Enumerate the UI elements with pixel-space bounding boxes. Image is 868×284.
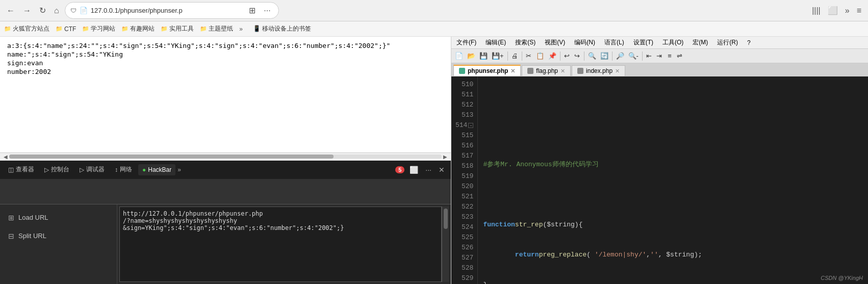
code-line-512: #参考Mr. Anonymous师傅的代码学习 (483, 160, 863, 170)
refresh-button[interactable]: ↻ (37, 5, 48, 16)
hackbar-panel: ⊞ Load URL ⊟ Split URL http://127.0.0.1/… (0, 179, 451, 285)
devtools-tab-console[interactable]: ▷ 控制台 (40, 163, 73, 176)
tb-paste[interactable]: 📌 (547, 51, 558, 60)
dt-copy-button[interactable]: ⬜ (407, 165, 420, 175)
menu-run[interactable]: 运行(R) (715, 38, 740, 47)
bookmark-fun-label: 有趣网站 (130, 24, 155, 33)
menu-view[interactable]: 视图(V) (543, 38, 567, 47)
load-url-button[interactable]: ⊞ Load URL (0, 209, 117, 227)
menu-macro[interactable]: 宏(M) (691, 38, 710, 47)
tab-index[interactable]: index.php ✕ (572, 65, 625, 76)
tb-cut[interactable]: ✂ (524, 51, 533, 60)
bookmark-wallpaper[interactable]: 📁 主题壁纸 (200, 24, 233, 33)
tab-phpunser[interactable]: phpunser.php ✕ (453, 65, 521, 76)
bookmark-study[interactable]: 📁 学习网站 (82, 24, 115, 33)
menu-edit[interactable]: 编辑(E) (483, 38, 508, 47)
ln-513: 513 (455, 110, 473, 120)
tb-find[interactable]: 🔍 (586, 51, 598, 60)
qr-button[interactable]: ⊞ (246, 5, 258, 16)
code-content[interactable]: #参考Mr. Anonymous师傅的代码学习 function str_rep… (478, 76, 868, 284)
tb-zoomout[interactable]: 🔍- (627, 51, 640, 60)
hackbar-body: ⊞ Load URL ⊟ Split URL http://127.0.0.1/… (0, 204, 451, 285)
line-numbers: 510 511 512 513 514 - 515 516 517 518 51… (451, 76, 478, 284)
devtools-tab-debugger[interactable]: ▷ 调试器 (75, 163, 109, 176)
tb-zoomin[interactable]: 🔎 (615, 51, 626, 60)
tb-undo[interactable]: ↩ (563, 51, 572, 60)
devtools-tab-hackbar[interactable]: ● HackBar (138, 164, 175, 175)
menu-help[interactable]: ? (745, 39, 753, 47)
bookmark-mobile-label: 📱 移动设备上的书签 (253, 24, 311, 33)
load-url-label: Load URL (18, 214, 48, 221)
tb-indent-l[interactable]: ⇤ (645, 51, 654, 60)
dt-more-button[interactable]: ··· (423, 165, 433, 175)
bookmark-ctf[interactable]: 📁 CTF (56, 25, 76, 33)
url-scrollbar[interactable] (442, 206, 449, 282)
page-output: a:3:{s:4:"name";s:24:"";s:4:"sign";s:54:… (0, 37, 451, 152)
menu-settings[interactable]: 设置(T) (631, 38, 655, 47)
bookmark-mobile[interactable]: 📱 移动设备上的书签 (253, 24, 311, 33)
forward-button[interactable]: → (20, 5, 34, 16)
menu-button[interactable]: ≡ (854, 5, 864, 16)
tb-indent-r[interactable]: ⇥ (655, 51, 664, 60)
fold-514[interactable]: - (468, 123, 473, 128)
bookmark-tools-label: 实用工具 (169, 24, 194, 33)
url-textarea[interactable]: http://127.0.0.1/phpunser/phpunser.php /… (119, 206, 442, 282)
debugger-icon: ▷ (80, 166, 84, 173)
tab-index-icon (577, 68, 583, 74)
tb-align[interactable]: ≡ (665, 51, 674, 60)
bookmarks-more[interactable]: » (239, 25, 243, 33)
bookmark-fun[interactable]: 📁 有趣网站 (121, 24, 155, 33)
tab-flag[interactable]: flag.php ✕ (522, 65, 571, 76)
split-url-button[interactable]: ⊟ Split URL (0, 227, 117, 245)
scroll-right-arrow[interactable]: ▶ (442, 154, 449, 160)
ln-515: 515 (455, 131, 473, 141)
tb-wrap[interactable]: ⇌ (675, 51, 684, 60)
tab-phpunser-close[interactable]: ✕ (510, 68, 515, 74)
tab-index-close[interactable]: ✕ (615, 68, 620, 74)
scroll-track[interactable] (9, 154, 442, 159)
scroll-thumb[interactable] (9, 154, 334, 159)
devtools-more[interactable]: » (177, 166, 181, 173)
tb-open[interactable]: 📂 (466, 51, 477, 60)
bookmark-firefoxsite[interactable]: 📁 火狐官方站点 (4, 24, 49, 33)
address-bar[interactable]: 🛡 📄 127.0.0.1/phpunser/phpunser.p ⊞ ··· (65, 2, 279, 19)
tb-save[interactable]: 💾 (478, 51, 489, 60)
code-area: 510 511 512 513 514 - 515 516 517 518 51… (451, 76, 868, 284)
editor-toolbar: 📄 📂 💾 💾+ 🖨 ✂ 📋 📌 ↩ ↪ 🔍 🔄 🔎 🔍- ⇤ ⇥ ≡ ⇌ (451, 49, 868, 63)
bookmark-tools[interactable]: 📁 实用工具 (161, 24, 194, 33)
back-button[interactable]: ← (4, 5, 17, 16)
nav-more-button[interactable]: » (843, 5, 852, 16)
tab-flag-close[interactable]: ✕ (560, 68, 565, 74)
menu-search[interactable]: 搜索(S) (513, 38, 538, 47)
tb-saveall[interactable]: 💾+ (490, 51, 505, 60)
code-line-513 (483, 190, 863, 200)
tb-sep1 (507, 51, 508, 61)
editor-tabs: phpunser.php ✕ flag.php ✕ index.php ✕ (451, 63, 868, 76)
dt-close-button[interactable]: ✕ (437, 165, 447, 175)
browser-navbar: ← → ↻ ⌂ 🛡 📄 127.0.0.1/phpunser/phpunser.… (0, 0, 868, 21)
menu-lang[interactable]: 语言(L) (602, 38, 626, 47)
devtools-right-controls: 5 ⬜ ··· ✕ (395, 165, 447, 175)
tb-replace[interactable]: 🔄 (599, 51, 610, 60)
tab-button[interactable]: ⬜ (825, 5, 840, 16)
ln-525: 525 (455, 233, 473, 243)
menu-encode[interactable]: 编码(N) (572, 38, 597, 47)
tb-redo[interactable]: ↪ (573, 51, 582, 60)
tb-sep6 (642, 51, 643, 61)
page-line-2: name:";s:4:"sign";s:54:"YKing (7, 50, 444, 58)
horizontal-scrollbar[interactable]: ◀ ▶ (0, 152, 451, 161)
tb-new[interactable]: 📄 (453, 51, 465, 60)
devtools-tab-network[interactable]: ↕ 网络 (111, 163, 136, 176)
ln-527: 527 (455, 253, 473, 263)
scroll-left-arrow[interactable]: ◀ (2, 154, 9, 160)
menu-tools[interactable]: 工具(O) (660, 38, 685, 47)
extensions-button[interactable]: |||| (809, 5, 823, 16)
home-button[interactable]: ⌂ (52, 5, 62, 16)
tb-copy[interactable]: 📋 (534, 51, 546, 60)
devtools-tab-inspector[interactable]: ◫ 查看器 (4, 163, 38, 176)
folder-icon-wallpaper: 📁 (200, 25, 207, 32)
ln-518: 518 (455, 161, 473, 171)
menu-file[interactable]: 文件(F) (454, 38, 478, 47)
more-button[interactable]: ··· (261, 5, 273, 16)
tb-print[interactable]: 🖨 (510, 51, 520, 60)
